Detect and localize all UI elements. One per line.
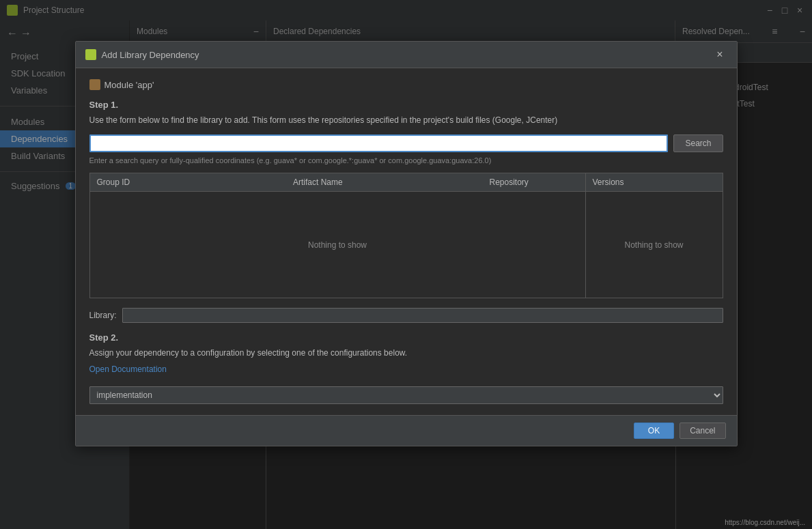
step1-desc: Use the form below to find the library t… [89, 114, 723, 126]
library-label: Library: [89, 311, 117, 320]
open-documentation-link[interactable]: Open Documentation [89, 364, 167, 374]
search-button[interactable]: Search [673, 134, 723, 152]
add-library-dependency-modal: Add Library Dependency × Module 'app' St… [75, 41, 738, 446]
modal-module-name: Module 'app' [104, 80, 154, 90]
config-select-row: implementation api compileOnly runtimeOn… [89, 386, 723, 404]
search-row: Search [89, 134, 723, 152]
col-repository: Repository [483, 173, 585, 191]
modal-body: Module 'app' Step 1. Use the form below … [76, 68, 737, 415]
results-main: Group ID Artifact Name Repository Nothin… [90, 173, 586, 298]
col-group-id: Group ID [90, 173, 287, 191]
footer-url: https://blog.csdn.net/weij... [725, 519, 805, 526]
modal-title: Add Library Dependency [102, 50, 713, 60]
library-row: Library: [89, 308, 723, 323]
modal-header: Add Library Dependency × [76, 42, 737, 68]
empty-versions-text: Nothing to show [624, 240, 683, 250]
cancel-button[interactable]: Cancel [680, 423, 725, 439]
step2-title: Step 2. [89, 332, 723, 343]
modal-header-icon [85, 49, 96, 60]
versions-body: Nothing to show [586, 192, 723, 298]
library-input[interactable] [122, 308, 723, 323]
ok-button[interactable]: OK [634, 423, 674, 439]
modal-module-icon [89, 79, 100, 90]
modal-close-button[interactable]: × [712, 47, 727, 62]
results-table: Group ID Artifact Name Repository Nothin… [89, 173, 723, 298]
empty-main-text: Nothing to show [308, 240, 367, 250]
versions-header: Versions [586, 173, 723, 192]
modal-module-label: Module 'app' [89, 79, 723, 90]
table-header: Group ID Artifact Name Repository [90, 173, 585, 192]
modal-overlay: Add Library Dependency × Module 'app' St… [0, 0, 812, 529]
search-input[interactable] [89, 134, 669, 152]
modal-footer: OK Cancel [76, 415, 737, 446]
config-select[interactable]: implementation api compileOnly runtimeOn… [89, 386, 723, 404]
hint-text: Enter a search query or fully-qualified … [89, 156, 723, 165]
step2-desc: Assign your dependency to a configuratio… [89, 347, 723, 359]
results-versions: Versions Nothing to show [586, 173, 723, 298]
col-artifact-name: Artifact Name [286, 173, 483, 191]
step1-title: Step 1. [89, 100, 723, 110]
table-body: Nothing to show [90, 192, 585, 298]
